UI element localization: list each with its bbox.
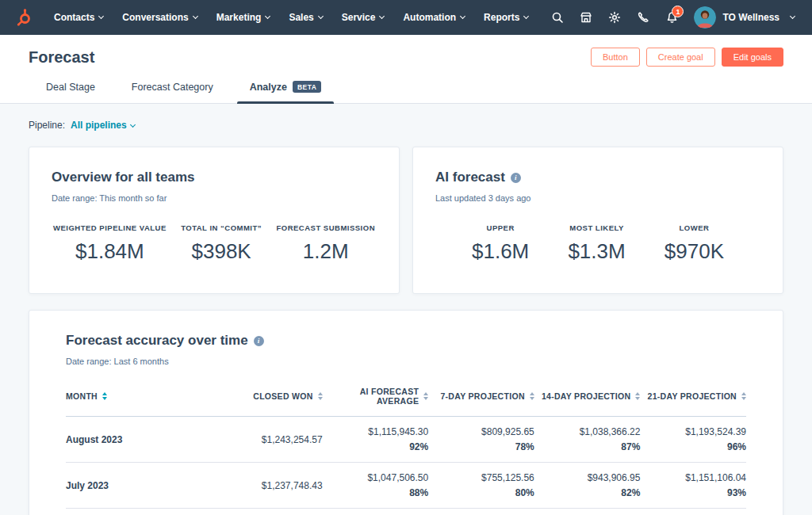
- ai-forecast-card: AI forecast Last updated 3 days ago UPPE…: [412, 147, 783, 294]
- forecast-tabs: Deal Stage Forecast Category Analyze BET…: [29, 78, 783, 103]
- settings-gear-icon[interactable]: [602, 0, 627, 35]
- ai-forecast-updated: Last updated 3 days ago: [435, 193, 760, 203]
- nav-sales[interactable]: Sales: [279, 0, 331, 35]
- overview-date-range: Date range: This month so far: [52, 193, 377, 203]
- chevron-down-icon: [318, 13, 324, 19]
- table-row: July 2023 $1,237,748.43 $1,047,506.5088%…: [66, 463, 746, 509]
- nav-reports[interactable]: Reports: [474, 0, 538, 35]
- nav-automation[interactable]: Automation: [393, 0, 474, 35]
- pipeline-label: Pipeline:: [29, 120, 65, 131]
- projection-21-cell: $1,151,106.0493%: [640, 463, 746, 509]
- button-button[interactable]: Button: [591, 48, 640, 67]
- overview-card: Overview for all teams Date range: This …: [29, 147, 400, 294]
- projection-21-cell: $1,079,075.48: [640, 509, 746, 515]
- column-header-14-day-projection[interactable]: 14-DAY PROJECTION: [534, 380, 641, 417]
- sort-icon[interactable]: [741, 392, 746, 400]
- sort-icon[interactable]: [635, 392, 640, 400]
- edit-goals-button[interactable]: Edit goals: [722, 48, 783, 67]
- pipeline-filter-row: Pipeline: All pipelines: [29, 120, 783, 131]
- chevron-down-icon: [523, 13, 529, 19]
- metric-total-in-commit: TOTAL IN “COMMIT” $398K: [181, 223, 262, 264]
- nav-service[interactable]: Service: [332, 0, 394, 35]
- accuracy-table: MONTH CLOSED WON AI FORECAST AVERAGE 7-D…: [66, 380, 746, 515]
- account-menu[interactable]: TO Wellness: [688, 6, 801, 29]
- ai-forecast-cell: $922,609.54: [323, 509, 429, 515]
- nav-utilities: 1 TO Wellness: [545, 0, 801, 35]
- pipeline-select[interactable]: All pipelines: [71, 120, 135, 131]
- top-nav: Contacts Conversations Marketing Sales S…: [0, 0, 812, 35]
- tab-deal-stage[interactable]: Deal Stage: [33, 78, 108, 103]
- chevron-down-icon: [98, 13, 104, 19]
- nav-conversations[interactable]: Conversations: [113, 0, 206, 35]
- metric-lower: LOWER $970K: [665, 223, 724, 264]
- chevron-down-icon: [193, 13, 198, 19]
- tab-forecast-category[interactable]: Forecast Category: [119, 78, 226, 103]
- table-row: August 2023 $1,243,254.57 $1,115,945.309…: [66, 417, 746, 463]
- metric-weighted-pipeline-value: WEIGHTED PIPELINE VALUE $1.84M: [53, 223, 167, 264]
- sort-icon[interactable]: [423, 392, 428, 400]
- month-cell: August 2023: [66, 417, 216, 463]
- sort-icon[interactable]: [530, 392, 534, 400]
- main-content: Pipeline: All pipelines Overview for all…: [0, 104, 812, 515]
- tab-analyze[interactable]: Analyze BETA: [237, 78, 335, 103]
- column-header-closed-won[interactable]: CLOSED WON: [216, 380, 323, 417]
- accuracy-date-range: Date range: Last 6 months: [66, 357, 746, 366]
- column-header-ai-forecast-average[interactable]: AI FORECAST AVERAGE: [323, 380, 429, 417]
- notifications-bell-icon[interactable]: 1: [659, 0, 684, 35]
- chevron-down-icon: [460, 13, 465, 19]
- user-avatar[interactable]: [694, 6, 716, 29]
- sort-icon[interactable]: [102, 392, 107, 400]
- ai-forecast-card-title: AI forecast: [435, 170, 760, 185]
- closed-won-cell: $1,315,945.71: [216, 509, 323, 515]
- forecast-accuracy-title: Forecast accuracy over time: [66, 333, 746, 349]
- ai-forecast-metrics: UPPER $1.6M MOST LIKELY $1.3M LOWER $970…: [435, 223, 760, 264]
- metric-most-likely: MOST LIKELY $1.3M: [568, 223, 625, 264]
- projection-7-cell: $809,925.6578%: [428, 417, 534, 463]
- chevron-down-icon: [130, 121, 136, 127]
- calling-phone-icon[interactable]: [630, 0, 656, 35]
- create-goal-button[interactable]: Create goal: [646, 48, 715, 67]
- search-icon[interactable]: [545, 0, 570, 35]
- month-cell: June 2023: [66, 509, 216, 515]
- main-menu: Contacts Conversations Marketing Sales S…: [44, 0, 538, 35]
- info-icon[interactable]: [254, 336, 264, 346]
- page-header: Forecast Button Create goal Edit goals D…: [0, 35, 812, 104]
- header-actions: Button Create goal Edit goals: [591, 48, 783, 67]
- forecast-accuracy-card: Forecast accuracy over time Date range: …: [29, 310, 783, 515]
- notification-count-badge[interactable]: 1: [672, 6, 684, 17]
- projection-7-cell: $566,946.26: [428, 509, 534, 515]
- column-header-7-day-projection[interactable]: 7-DAY PROJECTION: [428, 380, 534, 417]
- closed-won-cell: $1,237,748.43: [216, 463, 323, 509]
- projection-14-cell: $766,143.59: [534, 509, 641, 515]
- projection-21-cell: $1,193,524.3996%: [640, 417, 746, 463]
- projection-14-cell: $1,038,366.2287%: [534, 417, 641, 463]
- metric-upper: UPPER $1.6M: [472, 223, 529, 264]
- account-name: TO Wellness: [722, 12, 779, 23]
- ai-forecast-cell: $1,115,945.3092%: [323, 417, 429, 463]
- table-row: June 2023 $1,315,945.71 $922,609.54 $566…: [66, 509, 746, 515]
- ai-forecast-cell: $1,047,506.5088%: [323, 463, 429, 509]
- page-title: Forecast: [29, 48, 94, 67]
- projection-7-cell: $755,125.5680%: [428, 463, 534, 509]
- month-cell: July 2023: [66, 463, 216, 509]
- nav-contacts[interactable]: Contacts: [44, 0, 113, 35]
- overview-card-title: Overview for all teams: [52, 170, 377, 185]
- nav-marketing[interactable]: Marketing: [207, 0, 280, 35]
- marketplace-icon[interactable]: [573, 0, 599, 35]
- chevron-down-icon: [265, 13, 270, 19]
- column-header-month[interactable]: MONTH: [66, 380, 216, 417]
- chevron-down-icon: [379, 13, 385, 19]
- metric-forecast-submission: FORECAST SUBMISSION 1.2M: [276, 223, 375, 264]
- hubspot-logo-icon[interactable]: [14, 8, 33, 27]
- closed-won-cell: $1,243,254.57: [216, 417, 323, 463]
- beta-badge: BETA: [293, 81, 322, 93]
- chevron-down-icon: [790, 13, 795, 19]
- projection-14-cell: $943,906.9582%: [534, 463, 641, 509]
- info-icon[interactable]: [511, 173, 521, 183]
- column-header-21-day-projection[interactable]: 21-DAY PROJECTION: [640, 380, 746, 417]
- overview-metrics: WEIGHTED PIPELINE VALUE $1.84M TOTAL IN …: [52, 223, 377, 264]
